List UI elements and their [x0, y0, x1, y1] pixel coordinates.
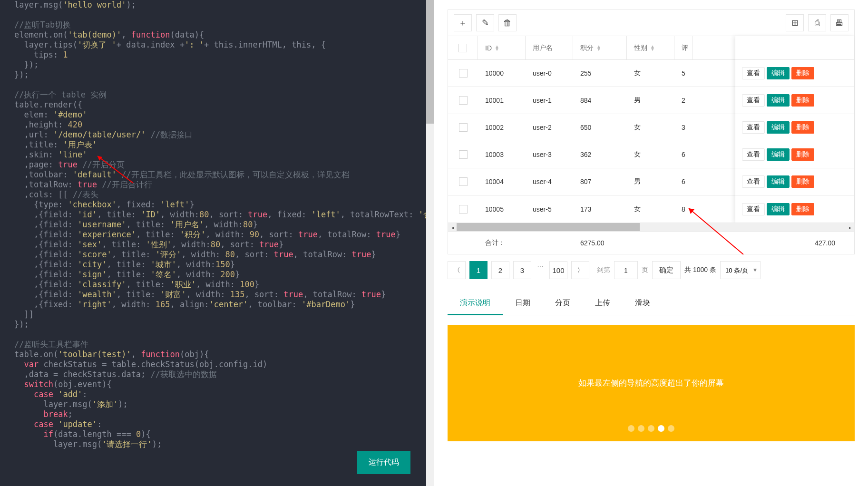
pager-page-button[interactable]: 100 [549, 261, 567, 279]
cell-score: 255 [573, 69, 627, 77]
table-horizontal-scrollbar[interactable]: ◂ ▸ [448, 223, 854, 231]
delete-row-button[interactable]: 删除 [791, 203, 814, 215]
row-checkbox[interactable] [459, 123, 468, 132]
delete-button[interactable]: 🗑 [498, 14, 517, 31]
row-checkbox[interactable] [459, 69, 468, 78]
cell-sex: 女 [627, 123, 674, 132]
scroll-right-arrow-icon[interactable]: ▸ [846, 223, 854, 232]
action-row: 查看 编辑 删除 [735, 60, 854, 87]
sort-icon[interactable]: ▲▼ [650, 45, 655, 51]
carousel-dot[interactable] [638, 425, 644, 432]
col-header-sex[interactable]: 性别▲▼ [627, 36, 674, 59]
editor-scroll-thumb[interactable] [426, 0, 434, 124]
total-label: 合计： [478, 239, 526, 247]
sort-icon[interactable]: ▲▼ [596, 45, 601, 51]
cell-score: 807 [573, 178, 627, 185]
cell-id: 10000 [478, 69, 526, 77]
code-content[interactable]: layer.msg('hello world'); //监听Tab切换 elem… [0, 0, 434, 449]
carousel[interactable]: 如果最左侧的导航的高度超出了你的屏幕 [448, 325, 855, 441]
cell-sex: 女 [627, 69, 674, 78]
action-row: 查看 编辑 删除 [735, 195, 854, 223]
goto-page-input[interactable] [614, 261, 638, 279]
pager-page-button[interactable]: 2 [491, 261, 509, 279]
carousel-dot[interactable] [658, 425, 664, 432]
action-row: 查看 编辑 删除 [735, 141, 854, 168]
pager-prev-button[interactable]: 〈 [448, 261, 466, 279]
cell-username: user-1 [526, 97, 573, 104]
select-all-checkbox[interactable] [458, 44, 467, 52]
view-button[interactable]: 查看 [742, 94, 765, 107]
cell-id: 10002 [478, 124, 526, 131]
view-button[interactable]: 查看 [742, 67, 765, 79]
edit-row-button[interactable]: 编辑 [767, 94, 790, 107]
print-icon[interactable]: 🖶 [830, 14, 848, 31]
cell-score: 884 [573, 97, 627, 104]
run-code-button[interactable]: 运行代码 [357, 451, 410, 474]
tab-item[interactable]: 上传 [583, 292, 623, 315]
view-button[interactable]: 查看 [742, 203, 765, 215]
tab-item[interactable]: 演示说明 [448, 292, 503, 315]
goto-confirm-button[interactable]: 确定 [652, 261, 681, 279]
edit-row-button[interactable]: 编辑 [767, 67, 790, 79]
cell-sex: 女 [627, 150, 674, 159]
add-button[interactable]: ＋ [454, 14, 472, 31]
code-editor-panel: layer.msg('hello world'); //监听Tab切换 elem… [0, 0, 434, 486]
cell-username: user-2 [526, 124, 573, 131]
cell-id: 10005 [478, 205, 526, 213]
editor-scrollbar[interactable] [426, 0, 434, 486]
edit-row-button[interactable]: 编辑 [767, 121, 790, 134]
edit-row-button[interactable]: 编辑 [767, 175, 790, 188]
h-scroll-thumb[interactable] [457, 223, 640, 231]
cell-rate: 5 [674, 69, 692, 77]
cell-id: 10003 [478, 151, 526, 158]
carousel-indicators [628, 425, 674, 432]
carousel-dot[interactable] [648, 425, 654, 432]
per-page-select[interactable]: 10 条/页 [720, 261, 761, 279]
row-checkbox[interactable] [459, 96, 468, 105]
row-checkbox[interactable] [459, 150, 468, 159]
tab-item[interactable]: 滑块 [623, 292, 663, 315]
delete-row-button[interactable]: 删除 [791, 175, 814, 188]
col-header-score[interactable]: 积分▲▼ [573, 36, 627, 59]
pager-total: 共 1000 条 [684, 266, 716, 274]
cell-rate: 3 [674, 124, 692, 131]
view-button[interactable]: 查看 [742, 175, 765, 188]
columns-icon[interactable]: ⊞ [786, 14, 804, 31]
col-header-id[interactable]: ID▲▼ [478, 36, 526, 59]
pager-next-button[interactable]: 〉 [571, 261, 589, 279]
row-checkbox[interactable] [459, 177, 468, 186]
cell-username: user-0 [526, 69, 573, 77]
scroll-left-arrow-icon[interactable]: ◂ [448, 223, 457, 232]
edit-row-button[interactable]: 编辑 [767, 203, 790, 215]
carousel-dot[interactable] [668, 425, 674, 432]
cell-id: 10004 [478, 178, 526, 185]
data-table: ID▲▼ 用户名 积分▲▼ 性别▲▼ 评 10000 user-0 255 女 … [448, 36, 855, 254]
view-button[interactable]: 查看 [742, 121, 765, 134]
pager-page-button[interactable]: 3 [513, 261, 531, 279]
delete-row-button[interactable]: 删除 [791, 94, 814, 107]
cell-rate: 8 [674, 205, 692, 213]
delete-row-button[interactable]: 删除 [791, 148, 814, 161]
export-icon[interactable]: ⎙ [808, 14, 826, 31]
edit-button[interactable]: ✎ [476, 14, 494, 31]
pager-page-button[interactable]: 1 [469, 261, 488, 279]
action-row: 查看 编辑 删除 [735, 114, 854, 141]
cell-score: 650 [573, 124, 627, 131]
delete-row-button[interactable]: 删除 [791, 121, 814, 134]
action-row: 查看 编辑 删除 [735, 87, 854, 114]
row-checkbox[interactable] [459, 205, 468, 214]
tab-item[interactable]: 日期 [503, 292, 543, 315]
cell-sex: 女 [627, 205, 674, 214]
sort-icon[interactable]: ▲▼ [495, 45, 499, 51]
cell-username: user-3 [526, 151, 573, 158]
delete-row-button[interactable]: 删除 [791, 67, 814, 79]
edit-row-button[interactable]: 编辑 [767, 148, 790, 161]
view-button[interactable]: 查看 [742, 148, 765, 161]
cell-id: 10001 [478, 97, 526, 104]
carousel-dot[interactable] [628, 425, 634, 432]
pagination: 〈 123…100 〉 到第 页 确定 共 1000 条 10 条/页 [448, 254, 855, 288]
col-header-rate[interactable]: 评 [674, 36, 692, 59]
cell-sex: 男 [627, 96, 674, 105]
tab-item[interactable]: 分页 [543, 292, 583, 315]
table-total-row: 合计： 6275.00 427.00 [448, 231, 854, 254]
